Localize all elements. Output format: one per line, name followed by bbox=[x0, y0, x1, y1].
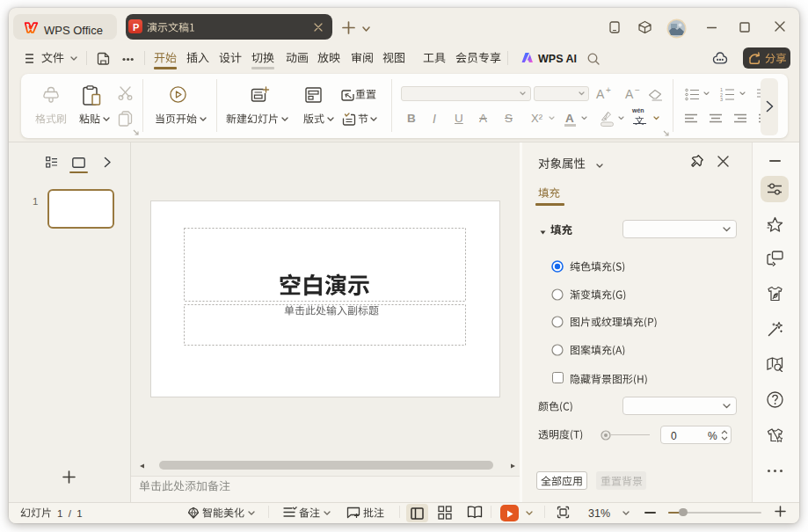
svg-text:3: 3 bbox=[720, 97, 723, 101]
